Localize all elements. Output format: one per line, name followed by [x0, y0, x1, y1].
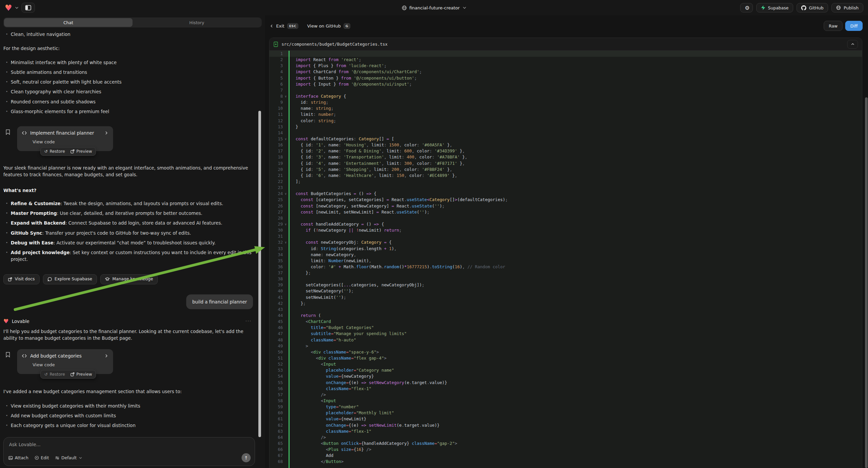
code-line: 32∨ const newCategoryObj: Category = { — [270, 239, 862, 245]
prompt-placeholder[interactable]: Ask Lovable... — [9, 442, 249, 447]
chevron-up-icon — [851, 42, 855, 46]
code-line: 39 setCategories([...categories, newCate… — [270, 282, 862, 288]
whats-next-heading: What's next? — [3, 187, 253, 194]
external-link-icon — [8, 277, 12, 281]
chat-bubble-icon — [48, 277, 52, 281]
diff-toggle-button[interactable]: Diff — [845, 21, 863, 31]
view-on-github-button[interactable]: View on GitHub G — [307, 23, 350, 29]
list-item: View existing budget categories with the… — [3, 403, 253, 409]
view-code-link[interactable]: View code — [33, 139, 108, 145]
supabase-button[interactable]: Supabase — [756, 3, 793, 12]
code-line: 38 — [270, 276, 862, 282]
code-line: 37 }; — [270, 270, 862, 276]
image-icon — [8, 456, 13, 460]
knowledge-cap-icon — [105, 277, 110, 281]
project-name: financial-future-creator — [409, 5, 460, 10]
chat-panel: Chat History Clean, intuitive navigation… — [0, 16, 265, 468]
explore-supabase-button[interactable]: Explore Supabase — [43, 274, 97, 284]
github-button[interactable]: GitHub — [797, 3, 828, 12]
toggle-sidebar-button[interactable] — [22, 3, 35, 13]
file-header[interactable]: src/components/budget/BudgetCategories.t… — [270, 38, 862, 51]
code-line: 47 subtitle="Manage your spending limits… — [270, 331, 862, 337]
code-line: 36 color: '#' + Math.floor(Math.random()… — [270, 264, 862, 270]
manage-knowledge-button[interactable]: Manage knowledge — [100, 274, 158, 284]
chevron-left-icon — [270, 24, 274, 28]
code-line: 7 — [270, 87, 862, 93]
edit-mode-button[interactable]: Edit — [35, 455, 49, 460]
code-line: 3import { Plus } from 'lucide-react'; — [270, 63, 862, 69]
code-line: 17 { id: '2', name: 'Food & Dining', lim… — [270, 148, 862, 154]
bookmark-icon[interactable] — [6, 351, 10, 358]
code-line: 14 — [270, 130, 862, 136]
exit-button[interactable]: Exit ESC — [270, 23, 298, 29]
code-line: 10 name: string; — [270, 106, 862, 112]
project-switcher[interactable]: financial-future-creator — [402, 0, 466, 16]
arrow-up-icon: ↑ — [244, 455, 248, 461]
visit-docs-button[interactable]: Visit docs — [3, 274, 39, 284]
added-bullet-list: View existing budget categories with the… — [3, 400, 253, 429]
code-line: 35 limit: Number(newLimit), — [270, 258, 862, 264]
attach-button[interactable]: Attach — [8, 455, 29, 460]
code-line: 52 <Input — [270, 361, 862, 367]
list-item: Minimalist interface with plenty of whit… — [3, 59, 253, 66]
restore-icon: ↺ — [44, 371, 48, 377]
code-line: 6import { Input } from '@/components/ui/… — [270, 81, 862, 87]
preview-button[interactable]: Preview — [70, 148, 92, 154]
chat-scrollbar[interactable] — [258, 111, 261, 437]
code-line: 9 id: string; — [270, 99, 862, 106]
lovable-logo-icon[interactable]: ♥ — [5, 4, 12, 12]
window-scrollbar[interactable] — [865, 97, 868, 468]
edit-card-title: Add budget categories — [30, 352, 101, 359]
g-key-badge: G — [344, 23, 350, 29]
workspace-chevron-down-icon[interactable] — [15, 6, 19, 10]
code-line: 54 value={newCategory} — [270, 373, 862, 379]
code-line: 61 value={newLimit} — [270, 416, 862, 422]
restore-button[interactable]: ↺Restore — [44, 148, 65, 154]
file-added-icon — [274, 41, 278, 47]
list-item: Debug with Ease: Activate our experiment… — [3, 239, 253, 246]
edit-card-row: Add budget categories View code ↺Restore… — [3, 349, 253, 374]
edit-card-toolbar: ↺Restore Preview — [40, 147, 96, 156]
raw-toggle-button[interactable]: Raw — [824, 21, 842, 31]
message-options-icon[interactable]: ··· — [246, 318, 252, 325]
code-line: 55 onChange={(e) => setNewCategory(e.tar… — [270, 380, 862, 386]
external-link-icon — [70, 149, 74, 153]
tab-chat[interactable]: Chat — [4, 18, 132, 27]
publish-button[interactable]: Publish — [831, 3, 863, 12]
code-line: 29∨ const handleAddCategory = () => { — [270, 221, 862, 227]
list-item: Subtle animations and transitions — [3, 69, 253, 76]
restore-icon: ↺ — [44, 148, 48, 154]
code-icon — [22, 131, 27, 135]
view-code-link[interactable]: View code — [33, 361, 108, 368]
code-line: 11 limit: number; — [270, 112, 862, 117]
prompt-input-box[interactable]: Ask Lovable... Attach Edit Default ↑ — [3, 437, 255, 466]
chevron-down-icon — [462, 6, 466, 10]
lovable-app-window: ♥ financial-future-creator ⚙ Supabase Gi… — [0, 0, 868, 468]
code-line: 49 > — [270, 343, 862, 349]
code-line: 2import React from 'react'; — [270, 57, 862, 63]
code-line: 68 </Button> — [270, 459, 862, 465]
chat-message-list[interactable]: Clean, intuitive navigation For the desi… — [0, 29, 258, 434]
external-link-icon — [70, 372, 74, 376]
code-line: 42 }; — [270, 300, 862, 306]
code-line: 56 className="flex-1" — [270, 386, 862, 392]
code-line: 24∨const BudgetCategories = () => { — [270, 191, 862, 197]
code-line: 57 /> — [270, 392, 862, 398]
design-bullet-list: Minimalist interface with plenty of whit… — [3, 56, 253, 115]
collapse-file-button[interactable] — [847, 40, 858, 49]
code-view-panel: Exit ESC View on GitHub G Raw Diff src/c… — [265, 16, 868, 468]
file-diff-card: src/components/budget/BudgetCategories.t… — [269, 38, 862, 468]
preview-button[interactable]: Preview — [70, 371, 92, 377]
bookmark-icon[interactable] — [6, 128, 10, 135]
code-line: 4import ChartCard from '@/components/ui/… — [270, 69, 862, 75]
restore-button[interactable]: ↺Restore — [44, 371, 65, 377]
send-button[interactable]: ↑ — [242, 453, 251, 462]
code-line: 23 — [270, 185, 862, 191]
settings-button[interactable]: ⚙ — [740, 3, 753, 12]
tab-history[interactable]: History — [132, 18, 261, 27]
code-line: 44 return ( — [270, 313, 862, 319]
supabase-icon — [761, 5, 765, 10]
code-scroll-area[interactable]: 12import React from 'react';3import { Pl… — [270, 51, 862, 468]
model-selector[interactable]: Default — [55, 455, 82, 460]
code-line: 15∨const defaultCategories: Category[] =… — [270, 136, 862, 142]
